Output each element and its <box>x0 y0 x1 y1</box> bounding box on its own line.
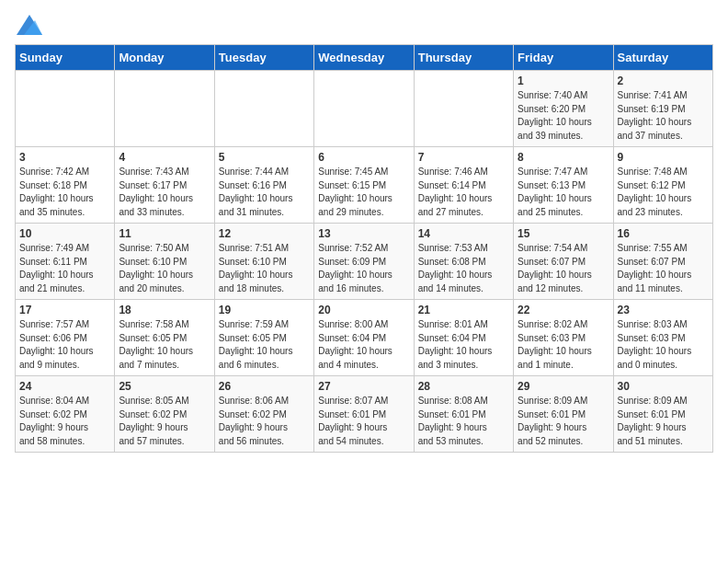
day-number: 15 <box>518 227 609 240</box>
weekday-header-sunday: Sunday <box>16 45 115 71</box>
day-info: Sunrise: 8:09 AM Sunset: 6:01 PM Dayligh… <box>618 395 709 448</box>
day-info: Sunrise: 8:07 AM Sunset: 6:01 PM Dayligh… <box>318 395 409 448</box>
day-info: Sunrise: 8:00 AM Sunset: 6:04 PM Dayligh… <box>318 318 409 372</box>
calendar-cell: 10Sunrise: 7:49 AM Sunset: 6:11 PM Dayli… <box>16 224 115 300</box>
day-number: 27 <box>318 380 409 393</box>
calendar-cell: 13Sunrise: 7:52 AM Sunset: 6:09 PM Dayli… <box>314 224 414 300</box>
day-number: 4 <box>119 151 210 164</box>
calendar-cell: 28Sunrise: 8:08 AM Sunset: 6:01 PM Dayli… <box>414 376 513 453</box>
day-info: Sunrise: 7:48 AM Sunset: 6:12 PM Dayligh… <box>618 166 709 219</box>
calendar-cell: 22Sunrise: 8:02 AM Sunset: 6:03 PM Dayli… <box>514 300 613 376</box>
day-info: Sunrise: 8:05 AM Sunset: 6:02 PM Dayligh… <box>119 395 210 448</box>
day-number: 23 <box>618 304 709 316</box>
calendar-cell: 18Sunrise: 7:58 AM Sunset: 6:05 PM Dayli… <box>115 300 214 376</box>
day-info: Sunrise: 7:51 AM Sunset: 6:10 PM Dayligh… <box>219 242 310 295</box>
day-number: 25 <box>119 380 210 393</box>
day-number: 14 <box>418 227 509 240</box>
day-info: Sunrise: 8:08 AM Sunset: 6:01 PM Dayligh… <box>418 395 509 448</box>
day-number: 11 <box>119 227 210 240</box>
calendar-cell: 1Sunrise: 7:40 AM Sunset: 6:20 PM Daylig… <box>514 71 613 147</box>
calendar-cell <box>16 71 115 147</box>
calendar-week-row: 10Sunrise: 7:49 AM Sunset: 6:11 PM Dayli… <box>16 224 713 300</box>
day-info: Sunrise: 8:01 AM Sunset: 6:04 PM Dayligh… <box>418 318 509 372</box>
calendar-cell: 6Sunrise: 7:45 AM Sunset: 6:15 PM Daylig… <box>314 147 414 224</box>
weekday-header-thursday: Thursday <box>414 45 513 71</box>
calendar-cell: 12Sunrise: 7:51 AM Sunset: 6:10 PM Dayli… <box>214 224 313 300</box>
day-info: Sunrise: 7:54 AM Sunset: 6:07 PM Dayligh… <box>518 242 609 295</box>
day-number: 3 <box>19 151 110 164</box>
calendar-cell: 5Sunrise: 7:44 AM Sunset: 6:16 PM Daylig… <box>214 147 313 224</box>
calendar-cell: 4Sunrise: 7:43 AM Sunset: 6:17 PM Daylig… <box>115 147 214 224</box>
day-number: 2 <box>618 75 709 87</box>
day-info: Sunrise: 7:47 AM Sunset: 6:13 PM Dayligh… <box>518 166 609 219</box>
day-number: 16 <box>618 227 709 240</box>
day-info: Sunrise: 8:04 AM Sunset: 6:02 PM Dayligh… <box>19 395 110 448</box>
day-info: Sunrise: 7:46 AM Sunset: 6:14 PM Dayligh… <box>418 166 509 219</box>
day-info: Sunrise: 7:42 AM Sunset: 6:18 PM Dayligh… <box>19 166 110 219</box>
day-number: 12 <box>219 227 310 240</box>
day-number: 6 <box>318 151 409 164</box>
day-number: 17 <box>19 304 110 316</box>
day-info: Sunrise: 7:59 AM Sunset: 6:05 PM Dayligh… <box>219 318 310 372</box>
calendar-cell <box>115 71 214 147</box>
logo-icon <box>17 15 42 35</box>
calendar-cell: 16Sunrise: 7:55 AM Sunset: 6:07 PM Dayli… <box>613 224 712 300</box>
calendar-cell <box>214 71 313 147</box>
calendar-cell: 26Sunrise: 8:06 AM Sunset: 6:02 PM Dayli… <box>214 376 313 453</box>
day-info: Sunrise: 8:03 AM Sunset: 6:03 PM Dayligh… <box>618 318 709 372</box>
calendar-week-row: 3Sunrise: 7:42 AM Sunset: 6:18 PM Daylig… <box>16 147 713 224</box>
day-info: Sunrise: 7:50 AM Sunset: 6:10 PM Dayligh… <box>119 242 210 295</box>
day-info: Sunrise: 7:53 AM Sunset: 6:08 PM Dayligh… <box>418 242 509 295</box>
day-info: Sunrise: 7:58 AM Sunset: 6:05 PM Dayligh… <box>119 318 210 372</box>
day-number: 8 <box>518 151 609 164</box>
day-info: Sunrise: 7:45 AM Sunset: 6:15 PM Dayligh… <box>318 166 409 219</box>
weekday-header-saturday: Saturday <box>613 45 712 71</box>
calendar-week-row: 17Sunrise: 7:57 AM Sunset: 6:06 PM Dayli… <box>16 300 713 376</box>
calendar-cell: 2Sunrise: 7:41 AM Sunset: 6:19 PM Daylig… <box>613 71 712 147</box>
calendar-cell: 3Sunrise: 7:42 AM Sunset: 6:18 PM Daylig… <box>16 147 115 224</box>
calendar-cell: 24Sunrise: 8:04 AM Sunset: 6:02 PM Dayli… <box>16 376 115 453</box>
calendar-cell: 15Sunrise: 7:54 AM Sunset: 6:07 PM Dayli… <box>514 224 613 300</box>
day-number: 24 <box>19 380 110 393</box>
day-info: Sunrise: 7:57 AM Sunset: 6:06 PM Dayligh… <box>19 318 110 372</box>
calendar-table: SundayMondayTuesdayWednesdayThursdayFrid… <box>15 44 713 453</box>
weekday-header-friday: Friday <box>514 45 613 71</box>
day-number: 22 <box>518 304 609 316</box>
calendar-week-row: 1Sunrise: 7:40 AM Sunset: 6:20 PM Daylig… <box>16 71 713 147</box>
calendar-cell: 9Sunrise: 7:48 AM Sunset: 6:12 PM Daylig… <box>613 147 712 224</box>
calendar-cell: 27Sunrise: 8:07 AM Sunset: 6:01 PM Dayli… <box>314 376 414 453</box>
weekday-header-wednesday: Wednesday <box>314 45 414 71</box>
weekday-header-row: SundayMondayTuesdayWednesdayThursdayFrid… <box>16 45 713 71</box>
day-number: 1 <box>518 75 609 87</box>
day-info: Sunrise: 8:02 AM Sunset: 6:03 PM Dayligh… <box>518 318 609 372</box>
calendar-cell: 19Sunrise: 7:59 AM Sunset: 6:05 PM Dayli… <box>214 300 313 376</box>
weekday-header-tuesday: Tuesday <box>214 45 313 71</box>
day-number: 21 <box>418 304 509 316</box>
day-info: Sunrise: 7:52 AM Sunset: 6:09 PM Dayligh… <box>318 242 409 295</box>
day-info: Sunrise: 7:40 AM Sunset: 6:20 PM Dayligh… <box>518 89 609 143</box>
calendar-cell: 21Sunrise: 8:01 AM Sunset: 6:04 PM Dayli… <box>414 300 513 376</box>
day-number: 19 <box>219 304 310 316</box>
day-info: Sunrise: 7:44 AM Sunset: 6:16 PM Dayligh… <box>219 166 310 219</box>
day-number: 7 <box>418 151 509 164</box>
day-number: 9 <box>618 151 709 164</box>
calendar-cell: 14Sunrise: 7:53 AM Sunset: 6:08 PM Dayli… <box>414 224 513 300</box>
day-number: 29 <box>518 380 609 393</box>
calendar-cell: 23Sunrise: 8:03 AM Sunset: 6:03 PM Dayli… <box>613 300 712 376</box>
day-number: 26 <box>219 380 310 393</box>
calendar-cell: 29Sunrise: 8:09 AM Sunset: 6:01 PM Dayli… <box>514 376 613 453</box>
calendar-cell: 25Sunrise: 8:05 AM Sunset: 6:02 PM Dayli… <box>115 376 214 453</box>
day-info: Sunrise: 7:43 AM Sunset: 6:17 PM Dayligh… <box>119 166 210 219</box>
day-info: Sunrise: 7:41 AM Sunset: 6:19 PM Dayligh… <box>618 89 709 143</box>
day-number: 30 <box>618 380 709 393</box>
day-number: 18 <box>119 304 210 316</box>
day-info: Sunrise: 7:49 AM Sunset: 6:11 PM Dayligh… <box>19 242 110 295</box>
day-number: 5 <box>219 151 310 164</box>
calendar-cell: 20Sunrise: 8:00 AM Sunset: 6:04 PM Dayli… <box>314 300 414 376</box>
calendar-cell: 17Sunrise: 7:57 AM Sunset: 6:06 PM Dayli… <box>16 300 115 376</box>
day-number: 13 <box>318 227 409 240</box>
day-info: Sunrise: 8:06 AM Sunset: 6:02 PM Dayligh… <box>219 395 310 448</box>
page-header <box>15 15 713 35</box>
day-info: Sunrise: 8:09 AM Sunset: 6:01 PM Dayligh… <box>518 395 609 448</box>
calendar-week-row: 24Sunrise: 8:04 AM Sunset: 6:02 PM Dayli… <box>16 376 713 453</box>
